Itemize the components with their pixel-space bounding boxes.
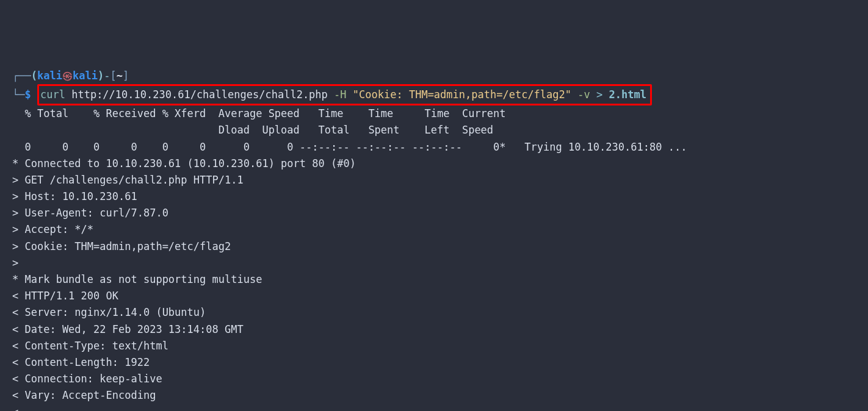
cmd-outfile: 2.html [609,88,646,101]
cmd-flag-v: -v [577,88,590,101]
highlighted-command[interactable]: curl http://10.10.230.61/challenges/chal… [37,84,652,105]
output-line: < Server: nginx/1.14.0 (Ubuntu) [12,306,206,318]
prompt-corner-bottom: └─ [12,88,24,101]
output-line: < Content-Length: 1922 [12,356,150,368]
prompt-line-top: ┌──(kali㉿kali)-[~] [12,70,129,82]
output-line: < [12,406,18,412]
cmd-curl: curl [40,88,65,101]
output-line: < Vary: Accept-Encoding [12,389,156,401]
prompt-dollar: $ [24,88,31,101]
output-line: > Accept: */* [12,223,93,235]
output-line: < Date: Wed, 22 Feb 2023 13:14:08 GMT [12,323,244,335]
output-line: < Content-Type: text/html [12,340,168,352]
cmd-flag-h: -H [334,88,346,101]
prompt-open-paren: ( [31,70,37,82]
prompt-dash: - [104,70,110,82]
output-line: > Host: 10.10.230.61 [12,190,137,202]
output-line: 0 0 0 0 0 0 0 0 --:--:-- --:--:-- --:--:… [12,141,687,153]
output-line: Dload Upload Total Spent Left Speed [12,124,493,136]
output-line: > User-Agent: curl/7.87.0 [12,207,168,219]
prompt-cwd: ~ [117,70,123,82]
terminal-output: ┌──(kali㉿kali)-[~] └─$ curl http://10.10… [0,66,868,411]
prompt-user: kali [37,70,62,82]
cmd-cookie-string: "Cookie: THM=admin,path=/etc/flag2" [353,88,571,101]
prompt-close-paren: ) [98,70,104,82]
prompt-close-bracket: ] [123,70,129,82]
prompt-corner-top: ┌── [12,70,31,82]
output-line: < Connection: keep-alive [12,373,162,385]
cmd-redirect: > [596,88,602,101]
prompt-open-bracket: [ [110,70,116,82]
output-line: % Total % Received % Xferd Average Speed… [12,107,506,120]
output-line: * Connected to 10.10.230.61 (10.10.230.6… [12,157,356,170]
output-line: < HTTP/1.1 200 OK [12,290,118,302]
output-line: > Cookie: THM=admin,path=/etc/flag2 [12,240,231,252]
output-line: * Mark bundle as not supporting multiuse [12,273,262,285]
prompt-host: kali [73,70,98,82]
output-line: > GET /challenges/chall2.php HTTP/1.1 [12,174,244,186]
cmd-url: http://10.10.230.61/challenges/chall2.ph… [71,88,328,101]
prompt-at: ㉿ [62,70,73,82]
output-line: > [12,257,18,269]
